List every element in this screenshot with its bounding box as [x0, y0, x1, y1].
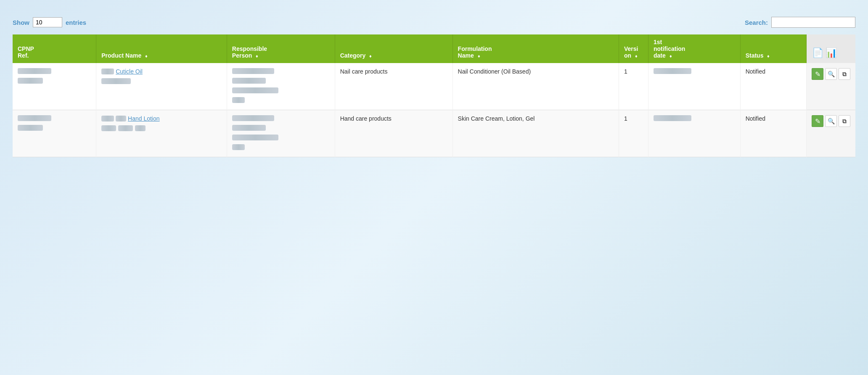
view-button-1[interactable]: 🔍 — [825, 68, 837, 80]
version-cell-2: 1 — [619, 110, 648, 157]
first-notification-sort-icon: ⬧ — [669, 53, 672, 59]
th-version[interactable]: Version ⬧ — [619, 34, 648, 63]
th-status[interactable]: Status ⬧ — [740, 34, 806, 63]
blurred-block — [101, 116, 114, 121]
responsible-person-sort-icon: ⬧ — [255, 53, 258, 59]
notification-blurred-2 — [654, 115, 735, 123]
status-cell-2: Notified — [740, 110, 806, 157]
formulation-value-2: Skin Care Cream, Lotion, Gel — [458, 115, 535, 122]
excel-export-icon[interactable]: 📊 — [825, 47, 837, 59]
th-actions: 📄 📊 — [807, 34, 856, 63]
formulation-cell-1: Nail Conditioner (Oil Based) — [453, 63, 619, 110]
category-sort-icon: ⬧ — [369, 53, 372, 59]
pdf-export-icon[interactable]: 📄 — [812, 47, 823, 59]
notification-blurred-1 — [654, 68, 735, 76]
show-entries-control: Show 10 25 50 100 entries — [13, 17, 86, 27]
cuticle-oil-link[interactable]: Cuticle Oil — [116, 68, 143, 75]
formulation-sort-icon: ⬧ — [477, 53, 480, 59]
action-cell-2: ✎ 🔍 ⧉ — [807, 110, 856, 157]
blurred-block — [232, 144, 245, 150]
blurred-block — [18, 68, 51, 74]
top-bar: Show 10 25 50 100 entries Search: — [13, 17, 855, 28]
copy-icon-2: ⧉ — [842, 118, 847, 125]
main-table: CPNPRef. Product Name ⬧ ResponsiblePerso… — [13, 34, 855, 157]
th-cpnp-label: CPNPRef. — [18, 45, 34, 59]
version-value-2: 1 — [624, 115, 627, 122]
search-input[interactable] — [771, 17, 855, 28]
blurred-block — [232, 87, 278, 93]
category-value-1: Nail care products — [340, 68, 388, 75]
blurred-block — [135, 125, 146, 131]
blurred-block — [116, 116, 126, 121]
formulation-value-1: Nail Conditioner (Oil Based) — [458, 68, 531, 75]
search-bar: Search: — [745, 17, 855, 28]
category-value-2: Hand care products — [340, 115, 392, 122]
product-name-content-1: Cuticle Oil — [101, 68, 222, 85]
export-icons: 📄 📊 — [812, 47, 850, 59]
status-value-1: Notified — [746, 68, 765, 75]
blurred-block — [232, 78, 266, 84]
status-cell-1: Notified — [740, 63, 806, 110]
th-first-notification[interactable]: 1stnotificationdate ⬧ — [648, 34, 740, 63]
responsible-blurred-2 — [232, 115, 330, 152]
blurred-block — [18, 115, 51, 121]
cpnp-ref-cell-2 — [13, 110, 96, 157]
entries-select[interactable]: 10 25 50 100 — [33, 17, 62, 27]
th-status-label: Status — [746, 52, 764, 59]
table-row: Cuticle Oil Nail care products Nail Cond… — [13, 63, 855, 110]
action-cell-1: ✎ 🔍 ⧉ — [807, 63, 856, 110]
th-responsible-person-label: ResponsiblePerson — [232, 45, 267, 59]
edit-button-1[interactable]: ✎ — [812, 68, 823, 80]
edit-button-2[interactable]: ✎ — [812, 115, 823, 127]
search-label: Search: — [745, 19, 768, 26]
blurred-block — [232, 68, 274, 74]
magnify-icon-1: 🔍 — [828, 71, 835, 77]
view-button-2[interactable]: 🔍 — [825, 115, 837, 127]
th-formulation-name[interactable]: FormulationName ⬧ — [453, 34, 619, 63]
hand-lotion-link[interactable]: Hand Lotion — [128, 115, 160, 122]
cpnp-blurred-2 — [18, 115, 91, 132]
status-sort-icon: ⬧ — [767, 53, 770, 59]
th-category-label: Category — [340, 52, 366, 59]
th-category[interactable]: Category ⬧ — [335, 34, 453, 63]
product-name-cell-1: Cuticle Oil — [96, 63, 227, 110]
th-responsible-person[interactable]: ResponsiblePerson ⬧ — [227, 34, 335, 63]
blurred-block — [101, 125, 116, 131]
edit-icon-1: ✎ — [815, 70, 820, 78]
table-row: Hand Lotion Hand care — [13, 110, 855, 157]
version-sort-icon: ⬧ — [635, 53, 638, 59]
cpnp-ref-cell-1 — [13, 63, 96, 110]
copy-button-2[interactable]: ⧉ — [839, 115, 850, 127]
edit-icon-2: ✎ — [815, 117, 820, 125]
responsible-person-cell-1 — [227, 63, 335, 110]
first-notification-cell-2 — [648, 110, 740, 157]
copy-button-1[interactable]: ⧉ — [839, 68, 850, 80]
cpnp-blurred-1 — [18, 68, 91, 85]
product-name-content-2: Hand Lotion — [101, 115, 222, 132]
show-label: Show — [13, 19, 29, 26]
blurred-block — [232, 97, 245, 103]
blurred-block — [654, 115, 691, 121]
blurred-block — [232, 115, 274, 121]
product-name-cell-2: Hand Lotion — [96, 110, 227, 157]
th-cpnp: CPNPRef. — [13, 34, 96, 63]
blurred-block — [18, 125, 43, 131]
product-name-sort-icon: ⬧ — [145, 53, 148, 59]
th-product-name[interactable]: Product Name ⬧ — [96, 34, 227, 63]
first-notification-cell-1 — [648, 63, 740, 110]
th-formulation-name-label: FormulationName — [458, 45, 492, 59]
blurred-block — [232, 135, 278, 140]
blurred-block — [654, 68, 691, 74]
status-value-2: Notified — [746, 115, 765, 122]
blurred-block — [18, 78, 43, 84]
category-cell-2: Hand care products — [335, 110, 453, 157]
blurred-block — [101, 78, 131, 84]
blurred-block — [101, 69, 114, 74]
responsible-person-cell-2 — [227, 110, 335, 157]
formulation-cell-2: Skin Care Cream, Lotion, Gel — [453, 110, 619, 157]
category-cell-1: Nail care products — [335, 63, 453, 110]
responsible-blurred-1 — [232, 68, 330, 105]
action-icons-2: ✎ 🔍 ⧉ — [812, 115, 850, 127]
action-icons-1: ✎ 🔍 ⧉ — [812, 68, 850, 80]
entries-label: entries — [66, 19, 86, 26]
